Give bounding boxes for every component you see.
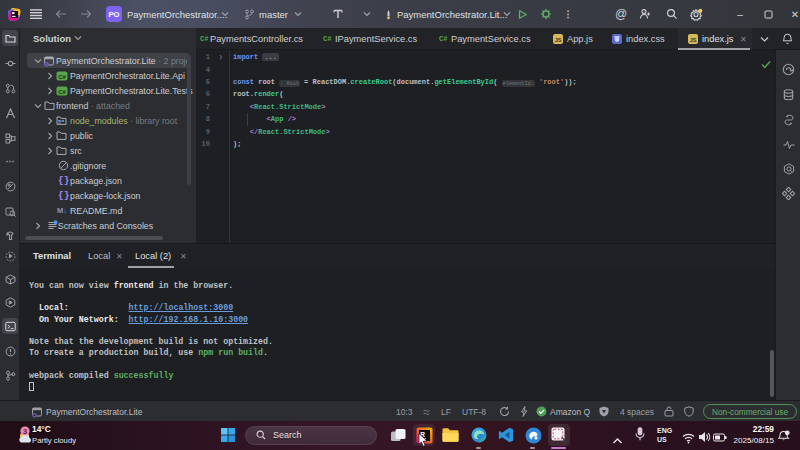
svg-text:JS: JS [690, 37, 697, 43]
svg-text:C#: C# [58, 73, 66, 79]
svg-text:JS: JS [555, 37, 562, 43]
svg-text:C#: C# [58, 88, 66, 94]
svg-text:3: 3 [23, 427, 28, 436]
